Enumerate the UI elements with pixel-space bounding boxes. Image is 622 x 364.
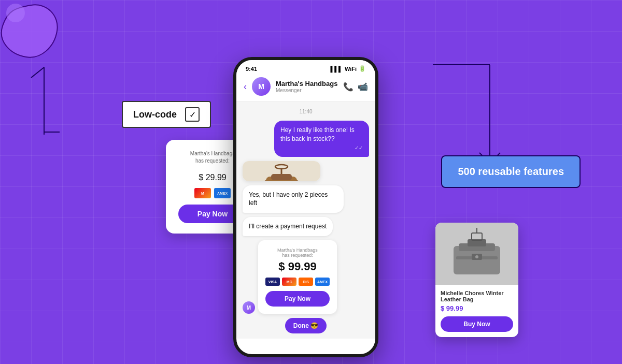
read-receipt: ✓✓ [280,144,363,152]
phone-status-bar: 9:41 ▌▌▌ WiFi 🔋 [236,60,375,74]
product-img-summer [243,161,320,181]
decorative-blob [0,0,62,62]
call-icon[interactable]: 📞 [343,82,354,92]
buy-now-button[interactable]: Buy Now [441,316,513,332]
back-button[interactable]: ‹ [244,81,247,92]
payment-req-amount: $ 99.99 [265,260,330,273]
product-price-winter: $ 99.99 [441,304,513,312]
arrow-left [29,57,60,140]
contact-sub: Messenger [276,88,338,93]
phone-header: ‹ M Martha's Handbags Messenger 📞 📹 [236,74,375,101]
battery-icon: 🔋 [359,65,366,72]
payment-req-cards: VISA MC DIS AMEX [265,278,330,286]
amex-icon: AMEX [214,188,231,198]
phone-status-icons: ▌▌▌ WiFi 🔋 [330,65,366,72]
product-img-winter [435,223,518,285]
low-code-check: ✓ [185,107,200,122]
signal-icon: ▌▌▌ [330,66,342,72]
bot-message-1: Yes, but I have only 2 pieces left [243,185,344,213]
wifi-icon: WiFi [345,66,357,72]
payment-request-chat: Martha's Handbagshas requested: $ 99.99 … [258,240,337,314]
features-box: 500 reusable features [441,155,581,188]
user-message-1: Hey I really like this one! Is this back… [274,121,369,157]
svg-rect-17 [472,233,482,240]
visa-icon: VISA [265,278,280,286]
product-card-winter: Michelle Chores Winter Leather Bag $ 99.… [435,223,518,337]
contact-avatar: M [252,77,271,96]
chat-avatar-small: M [243,301,255,314]
chat-area: 11:40 Hey I really like this one! Is thi… [236,101,375,339]
svg-line-2 [31,67,44,78]
video-icon[interactable]: 📹 [358,82,368,92]
chat-time: 11:40 [243,109,369,114]
mastercard-icon: MC [282,278,296,286]
low-code-box: Low-code ✓ [122,101,211,128]
pay-now-button-chat[interactable]: Pay Now [265,291,330,307]
svg-point-21 [475,255,478,258]
bot-message-2: I'll create a payment request [243,217,333,236]
svg-rect-10 [271,174,292,180]
done-button[interactable]: Done 😎 [285,318,327,333]
contact-name: Martha's Handbags [276,80,338,88]
amex-icon-chat: AMEX [315,278,330,286]
discover-icon: DIS [299,278,313,286]
low-code-label: Low-code [133,109,177,120]
phone-mockup: 9:41 ▌▌▌ WiFi 🔋 ‹ M Martha's Handbags Me… [233,57,378,357]
contact-info: Martha's Handbags Messenger [276,80,338,93]
payment-request-row: M Martha's Handbagshas requested: $ 99.9… [243,240,369,314]
maestro-icon: M [194,188,211,198]
phone-actions: 📞 📹 [343,82,368,92]
product-card-summer: Michelle Chores Summer Leather Bag $169.… [243,161,320,181]
svg-point-12 [275,165,288,169]
product-name-winter: Michelle Chores Winter Leather Bag [441,290,513,302]
svg-point-0 [6,4,25,22]
product-info-winter: Michelle Chores Winter Leather Bag $ 99.… [435,285,518,337]
payment-req-text: Martha's Handbagshas requested: [265,247,330,258]
phone-time: 9:41 [246,66,257,72]
